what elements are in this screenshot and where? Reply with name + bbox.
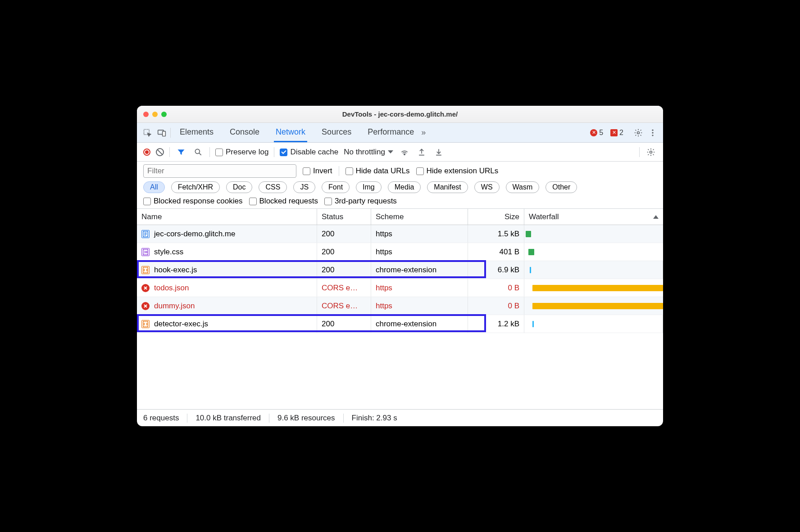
chevron-down-icon <box>388 150 393 153</box>
type-chip-doc[interactable]: Doc <box>226 181 252 193</box>
type-chip-font[interactable]: Font <box>322 181 350 193</box>
throttling-dropdown[interactable]: No throttling <box>344 148 393 157</box>
svg-point-5 <box>652 132 653 133</box>
errors-badge[interactable]: ✕ 5 <box>590 129 603 137</box>
col-waterfall[interactable]: Waterfall <box>524 209 663 225</box>
inspect-element-icon[interactable] <box>141 127 153 139</box>
cell-name: style.css <box>137 243 317 261</box>
tab-elements[interactable]: Elements <box>178 123 215 142</box>
cell-scheme: https <box>371 279 468 297</box>
requests-table: Name Status Scheme Size Waterfall jec-co… <box>137 209 663 409</box>
cell-waterfall <box>524 243 663 261</box>
tab-sources[interactable]: Sources <box>320 123 353 142</box>
table-row[interactable]: dummy.jsonCORS e…https0 B <box>137 297 663 315</box>
tab-network[interactable]: Network <box>274 123 307 142</box>
upload-har-icon[interactable] <box>416 146 427 158</box>
type-chip-all[interactable]: All <box>143 181 165 193</box>
table-row[interactable]: jec-cors-demo.glitch.me200https1.5 kB <box>137 225 663 243</box>
cell-scheme: https <box>371 297 468 315</box>
divider <box>169 147 170 157</box>
maximize-window-button[interactable] <box>161 112 167 117</box>
preserve-log-checkbox[interactable]: Preserve log <box>215 148 268 157</box>
hide-extension-urls-checkbox[interactable]: Hide extension URLs <box>416 167 499 176</box>
sort-asc-icon <box>653 215 659 219</box>
type-filter-chips: AllFetch/XHRDocCSSJSFontImgMediaManifest… <box>143 181 657 193</box>
col-status[interactable]: Status <box>317 209 371 225</box>
titlebar: DevTools - jec-cors-demo.glitch.me/ <box>137 106 663 123</box>
divider <box>209 147 210 157</box>
status-resources: 9.6 kB resources <box>269 414 344 423</box>
third-party-checkbox[interactable]: 3rd-party requests <box>324 197 397 206</box>
type-chip-wasm[interactable]: Wasm <box>506 181 540 193</box>
divider <box>170 128 171 138</box>
main-tabs-row: ElementsConsoleNetworkSourcesPerformance… <box>137 123 663 143</box>
type-chip-manifest[interactable]: Manifest <box>427 181 468 193</box>
col-name[interactable]: Name <box>137 209 317 225</box>
traffic-lights <box>143 112 167 117</box>
divider <box>339 166 339 176</box>
col-size[interactable]: Size <box>468 209 524 225</box>
cell-name: jec-cors-demo.glitch.me <box>137 225 317 243</box>
invert-checkbox[interactable]: Invert <box>303 167 332 176</box>
warning-icon: ✕ <box>610 129 618 136</box>
more-menu-icon[interactable] <box>647 127 659 139</box>
warnings-badge[interactable]: ✕ 2 <box>610 129 623 137</box>
clear-button[interactable] <box>156 148 164 156</box>
filter-input[interactable] <box>143 164 296 178</box>
settings-icon[interactable] <box>632 127 644 139</box>
cell-size: 6.9 kB <box>468 261 524 279</box>
search-icon[interactable] <box>192 146 204 158</box>
blocked-requests-checkbox[interactable]: Blocked requests <box>249 197 318 206</box>
network-settings-icon[interactable] <box>645 146 657 158</box>
type-chip-fetchxhr[interactable]: Fetch/XHR <box>171 181 220 193</box>
type-chip-media[interactable]: Media <box>388 181 421 193</box>
hide-data-urls-checkbox[interactable]: Hide data URLs <box>345 167 410 176</box>
col-scheme[interactable]: Scheme <box>371 209 468 225</box>
cell-name: todos.json <box>137 279 317 297</box>
type-chip-ws[interactable]: WS <box>474 181 500 193</box>
cell-status: 200 <box>317 261 371 279</box>
more-tabs-chevron[interactable]: » <box>418 128 428 137</box>
table-row[interactable]: todos.jsonCORS e…https0 B <box>137 279 663 297</box>
file-type-icon <box>141 320 150 328</box>
download-har-icon[interactable] <box>433 146 445 158</box>
blocked-cookies-checkbox[interactable]: Blocked response cookies <box>143 197 243 206</box>
file-type-icon <box>141 302 150 310</box>
minimize-window-button[interactable] <box>152 112 158 117</box>
cell-size: 1.5 kB <box>468 225 524 243</box>
device-toolbar-icon[interactable] <box>156 127 168 139</box>
record-button[interactable] <box>143 149 150 156</box>
status-bar: 6 requests 10.0 kB transferred 9.6 kB re… <box>137 409 663 426</box>
disable-cache-checkbox[interactable]: Disable cache <box>280 148 338 157</box>
close-window-button[interactable] <box>143 112 149 117</box>
table-row[interactable]: style.css200https401 B <box>137 243 663 261</box>
network-conditions-icon[interactable] <box>399 146 410 158</box>
cell-size: 0 B <box>468 279 524 297</box>
cell-waterfall <box>524 297 663 315</box>
filter-toggle-icon[interactable] <box>175 146 187 158</box>
window-title: DevTools - jec-cors-demo.glitch.me/ <box>137 110 663 118</box>
type-chip-other[interactable]: Other <box>545 181 577 193</box>
type-chip-img[interactable]: Img <box>356 181 382 193</box>
tab-console[interactable]: Console <box>228 123 261 142</box>
table-row[interactable]: detector-exec.js200chrome-extension1.2 k… <box>137 315 663 333</box>
devtools-window: DevTools - jec-cors-demo.glitch.me/ Elem… <box>137 106 663 426</box>
network-toolbar: Preserve log Disable cache No throttling <box>137 143 663 162</box>
cell-status: CORS e… <box>317 297 371 315</box>
table-body: jec-cors-demo.glitch.me200https1.5 kBsty… <box>137 225 663 409</box>
table-row[interactable]: hook-exec.js200chrome-extension6.9 kB <box>137 261 663 279</box>
cell-waterfall <box>524 225 663 243</box>
type-chip-js[interactable]: JS <box>293 181 315 193</box>
cell-scheme: chrome-extension <box>371 261 468 279</box>
cell-status: 200 <box>317 243 371 261</box>
cell-name: dummy.json <box>137 297 317 315</box>
cell-size: 1.2 kB <box>468 315 524 333</box>
table-header[interactable]: Name Status Scheme Size Waterfall <box>137 209 663 225</box>
file-type-icon <box>141 266 150 274</box>
svg-point-8 <box>404 153 405 155</box>
divider <box>639 147 640 157</box>
cell-name: detector-exec.js <box>137 315 317 333</box>
divider <box>274 147 274 157</box>
tab-performance[interactable]: Performance <box>366 123 416 142</box>
type-chip-css[interactable]: CSS <box>259 181 287 193</box>
